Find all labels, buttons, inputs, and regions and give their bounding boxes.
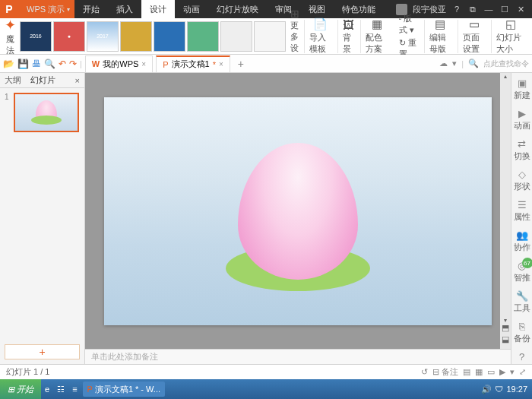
template-thumb[interactable] bbox=[120, 21, 152, 52]
tab-special[interactable]: 特色功能 bbox=[334, 0, 384, 18]
app-logo: P bbox=[0, 0, 18, 18]
smart-button[interactable]: ◎智推67 bbox=[514, 260, 530, 283]
slide-canvas[interactable] bbox=[104, 97, 492, 325]
transition-button[interactable]: ⇄切换 bbox=[514, 138, 530, 162]
new-slide-button[interactable]: + bbox=[5, 344, 80, 359]
right-panel: ▣新建 ▶动画 ⇄切换 ◇形状 ☰属性 👥协作 ◎智推67 🔧工具 ⎘备份 ?帮… bbox=[511, 73, 532, 364]
tab-start[interactable]: 开始 bbox=[74, 0, 108, 18]
help-icon[interactable]: ? bbox=[451, 4, 462, 14]
notes-toggle[interactable]: ⊟ 备注 bbox=[432, 366, 458, 378]
close-tab-icon[interactable]: × bbox=[141, 60, 146, 68]
open-icon[interactable]: 📂 bbox=[3, 59, 14, 69]
anim-button[interactable]: ▶动画 bbox=[514, 108, 530, 131]
tray-icon[interactable]: 🔊 bbox=[481, 385, 492, 394]
preview-icon[interactable]: 🔍 bbox=[44, 59, 55, 69]
ribbon: ✦魔法 2016 ● 2017 ⊞更多设计 📄导入模板 🖼背景 ▦配色方案 ▫ … bbox=[0, 18, 532, 55]
background-button[interactable]: 🖼背景 bbox=[337, 20, 359, 53]
menu-icon[interactable]: ▾ bbox=[452, 59, 457, 68]
tab-slideshow[interactable]: 幻灯片放映 bbox=[208, 0, 267, 18]
template-thumb[interactable] bbox=[254, 21, 286, 52]
save-icon[interactable]: 💾 bbox=[17, 59, 29, 69]
tools-button[interactable]: 🔧工具 bbox=[514, 290, 530, 314]
vertical-scrollbar[interactable]: ▴ ▾ ⬒⬓ bbox=[500, 73, 511, 349]
zoom-fit-icon[interactable]: ▾ bbox=[510, 367, 515, 377]
edit-master-button[interactable]: ▤编辑母版 bbox=[424, 20, 456, 53]
properties-button[interactable]: ☰属性 bbox=[514, 199, 530, 223]
maximize-icon[interactable]: ☐ bbox=[499, 4, 510, 14]
search-icon[interactable]: 🔍 bbox=[468, 59, 479, 68]
sorter-view-icon[interactable]: ▦ bbox=[475, 367, 483, 377]
taskbar: ⊞ 开始 e ☷ ≡ P演示文稿1 * - W... 🔊 🛡 19:27 bbox=[0, 379, 532, 399]
ie-icon[interactable]: e bbox=[41, 385, 53, 394]
slide-size-button[interactable]: ◱幻灯片大小 bbox=[491, 20, 529, 53]
search-hint[interactable]: 点此查找命令 bbox=[483, 59, 529, 69]
taskbar-app[interactable]: P演示文稿1 * - W... bbox=[83, 382, 165, 397]
title-bar: P WPS 演示▾ 开始 插入 设计 动画 幻灯片放映 审阅 视图 特色功能 段… bbox=[0, 0, 532, 18]
clock[interactable]: 19:27 bbox=[506, 385, 527, 394]
template-thumb[interactable]: 2017 bbox=[87, 21, 119, 52]
template-thumb[interactable] bbox=[220, 21, 252, 52]
document-bar: 📂 💾 🖶 🔍 ↶ ↷ | W我的WPS× P演示文稿1*× + ☁ ▾ | 🔍… bbox=[0, 55, 532, 73]
tray-icon[interactable]: ≡ bbox=[68, 385, 81, 394]
layout-group: ▫ 版式 ▾ ↻ 重置 bbox=[394, 20, 423, 53]
tray-icon[interactable]: 🛡 bbox=[495, 385, 503, 394]
slideshow-view-icon[interactable]: ▶ bbox=[499, 367, 505, 377]
workspace: 大纲 幻灯片 × 1 + ▴ ▾ ⬒⬓ 单击此处添加备 bbox=[0, 73, 532, 364]
undo-icon[interactable]: ↶ bbox=[59, 59, 66, 69]
slide-panel: 大纲 幻灯片 × 1 + bbox=[0, 73, 85, 364]
backup-button[interactable]: ⎘备份 bbox=[514, 321, 530, 344]
doctab-mywps[interactable]: W我的WPS× bbox=[85, 55, 153, 72]
new-button[interactable]: ▣新建 bbox=[514, 78, 530, 101]
tab-design[interactable]: 设计 bbox=[141, 0, 175, 18]
collab-button[interactable]: 👥协作 bbox=[514, 230, 530, 253]
page-setup-button[interactable]: ▭页面设置 bbox=[458, 20, 489, 53]
close-icon[interactable]: ✕ bbox=[515, 4, 526, 14]
fullscreen-icon[interactable]: ⧉ bbox=[467, 4, 478, 14]
color-scheme-button[interactable]: ▦配色方案 bbox=[360, 20, 392, 53]
slide-count: 幻灯片 1 / 1 bbox=[6, 366, 49, 378]
magic-button[interactable]: ✦魔法 bbox=[3, 17, 18, 56]
start-button[interactable]: ⊞ 开始 bbox=[0, 379, 41, 399]
template-thumb[interactable] bbox=[154, 21, 185, 52]
shape-button[interactable]: ◇形状 bbox=[514, 169, 530, 192]
status-bar: 幻灯片 1 / 1 ↺ ⊟ 备注 ▤ ▦ ▭ ▶ ▾ ⤢ bbox=[0, 364, 532, 379]
app-name-tab[interactable]: WPS 演示▾ bbox=[18, 0, 74, 18]
doctab-presentation[interactable]: P演示文稿1*× bbox=[156, 55, 230, 72]
layout-button[interactable]: ▫ 版式 ▾ bbox=[399, 13, 418, 36]
badge-count: 67 bbox=[522, 258, 533, 268]
slides-tab[interactable]: 幻灯片 bbox=[26, 74, 60, 86]
template-gallery: 2016 ● 2017 bbox=[20, 21, 286, 52]
close-panel-icon[interactable]: × bbox=[71, 76, 84, 85]
minimize-icon[interactable]: — bbox=[483, 4, 494, 14]
tab-insert[interactable]: 插入 bbox=[108, 0, 141, 18]
next-slide-icon[interactable]: ⬓ bbox=[502, 334, 509, 344]
tray-icon[interactable]: ☷ bbox=[53, 385, 68, 394]
history-icon[interactable]: ↺ bbox=[421, 367, 428, 377]
print-icon[interactable]: 🖶 bbox=[32, 59, 41, 69]
cloud-icon[interactable]: ☁ bbox=[439, 59, 448, 68]
notes-pane[interactable]: 单击此处添加备注 bbox=[85, 349, 511, 364]
tab-anim[interactable]: 动画 bbox=[175, 0, 208, 18]
template-thumb[interactable]: 2016 bbox=[20, 21, 52, 52]
close-tab-icon[interactable]: × bbox=[219, 60, 223, 68]
tab-view[interactable]: 视图 bbox=[300, 0, 334, 18]
prev-slide-icon[interactable]: ⬒ bbox=[502, 323, 509, 333]
outline-tab[interactable]: 大纲 bbox=[0, 74, 26, 86]
scroll-up-icon[interactable]: ▴ bbox=[500, 73, 511, 84]
template-thumb[interactable]: ● bbox=[53, 21, 85, 52]
new-tab-button[interactable]: + bbox=[233, 58, 249, 70]
menu-tabs: WPS 演示▾ 开始 插入 设计 动画 幻灯片放映 审阅 视图 特色功能 bbox=[18, 0, 384, 18]
import-template-button[interactable]: 📄导入模板 bbox=[304, 20, 336, 53]
egg-shape[interactable] bbox=[238, 143, 358, 280]
reading-view-icon[interactable]: ▭ bbox=[487, 367, 495, 377]
normal-view-icon[interactable]: ▤ bbox=[463, 367, 470, 377]
slide-number: 1 bbox=[5, 93, 11, 132]
expand-icon[interactable]: ⤢ bbox=[519, 367, 526, 377]
template-thumb[interactable] bbox=[187, 21, 219, 52]
canvas-area: ▴ ▾ ⬒⬓ 单击此处添加备注 bbox=[85, 73, 511, 364]
slide-thumbnail[interactable] bbox=[14, 93, 79, 132]
redo-icon[interactable]: ↷ bbox=[69, 59, 77, 69]
